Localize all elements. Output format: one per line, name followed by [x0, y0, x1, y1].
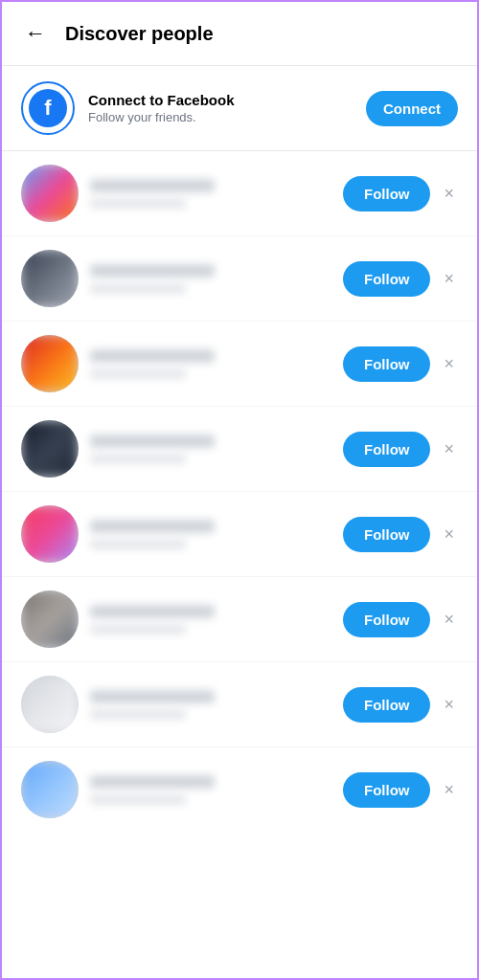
list-item: Follow ×	[2, 577, 477, 662]
avatar	[21, 676, 79, 733]
person-info	[90, 434, 331, 464]
facebook-connect-button[interactable]: Connect	[366, 91, 458, 126]
people-list: Follow × Follow × Follow ×	[2, 151, 477, 832]
facebook-letter: f	[44, 96, 51, 121]
person-info	[90, 690, 331, 720]
follow-button[interactable]: Follow	[343, 687, 431, 723]
person-actions: Follow ×	[343, 346, 458, 382]
person-name	[90, 520, 215, 533]
list-item: Follow ×	[2, 747, 477, 832]
list-item: Follow ×	[2, 322, 477, 407]
person-handle	[90, 198, 186, 209]
follow-button[interactable]: Follow	[343, 772, 431, 808]
facebook-connect-section: f Connect to Facebook Follow your friend…	[2, 66, 477, 151]
follow-button[interactable]: Follow	[343, 602, 431, 637]
list-item: Follow ×	[2, 662, 477, 747]
list-item: Follow ×	[2, 236, 477, 322]
list-item: Follow ×	[2, 151, 477, 236]
avatar-image	[21, 165, 79, 222]
person-handle	[90, 709, 186, 720]
person-handle	[90, 283, 186, 294]
dismiss-button[interactable]: ×	[440, 521, 458, 548]
person-name	[90, 434, 215, 448]
person-info	[90, 520, 331, 549]
avatar	[21, 761, 79, 818]
list-item: Follow ×	[2, 492, 477, 577]
person-handle	[90, 794, 186, 805]
person-handle	[90, 539, 186, 549]
follow-button[interactable]: Follow	[343, 261, 431, 297]
dismiss-button[interactable]: ×	[440, 776, 458, 804]
avatar-image	[21, 505, 79, 563]
facebook-icon: f	[29, 89, 67, 127]
follow-button[interactable]: Follow	[343, 432, 431, 467]
dismiss-button[interactable]: ×	[440, 435, 458, 463]
dismiss-button[interactable]: ×	[440, 180, 458, 208]
person-name	[90, 775, 215, 789]
avatar-image	[21, 250, 79, 307]
avatar	[21, 505, 79, 563]
person-handle	[90, 368, 186, 379]
avatar-image	[21, 335, 79, 392]
avatar	[21, 250, 79, 307]
header: ← Discover people	[2, 2, 477, 66]
follow-button[interactable]: Follow	[343, 346, 431, 382]
person-actions: Follow ×	[343, 772, 458, 808]
dismiss-button[interactable]: ×	[440, 350, 458, 378]
person-handle	[90, 454, 186, 464]
dismiss-button[interactable]: ×	[440, 265, 458, 293]
avatar-image	[21, 761, 79, 818]
dismiss-button[interactable]: ×	[440, 691, 458, 719]
person-info	[90, 775, 331, 805]
dismiss-button[interactable]: ×	[440, 606, 458, 634]
person-actions: Follow ×	[343, 687, 458, 723]
person-actions: Follow ×	[343, 432, 458, 467]
person-info	[90, 264, 331, 294]
person-name	[90, 690, 215, 703]
facebook-text: Connect to Facebook Follow your friends.	[88, 92, 353, 124]
person-name	[90, 349, 215, 363]
back-button[interactable]: ←	[21, 17, 50, 50]
person-name	[90, 605, 215, 618]
avatar	[21, 420, 79, 478]
follow-button[interactable]: Follow	[343, 176, 431, 212]
person-info	[90, 605, 331, 635]
avatar	[21, 590, 79, 648]
facebook-icon-wrap: f	[21, 81, 75, 135]
back-icon: ←	[25, 21, 46, 46]
avatar-image	[21, 420, 79, 478]
facebook-connect-subtitle: Follow your friends.	[88, 110, 353, 124]
person-info	[90, 349, 331, 379]
avatar	[21, 335, 79, 392]
page-title: Discover people	[65, 23, 214, 45]
facebook-connect-title: Connect to Facebook	[88, 92, 353, 108]
avatar-image	[21, 676, 79, 733]
avatar-image	[21, 590, 79, 648]
person-info	[90, 179, 331, 209]
avatar	[21, 165, 79, 222]
person-name	[90, 264, 215, 278]
person-handle	[90, 624, 186, 635]
person-actions: Follow ×	[343, 517, 458, 552]
person-name	[90, 179, 215, 192]
person-actions: Follow ×	[343, 261, 458, 297]
list-item: Follow ×	[2, 407, 477, 492]
person-actions: Follow ×	[343, 602, 458, 637]
person-actions: Follow ×	[343, 176, 458, 212]
follow-button[interactable]: Follow	[343, 517, 431, 552]
